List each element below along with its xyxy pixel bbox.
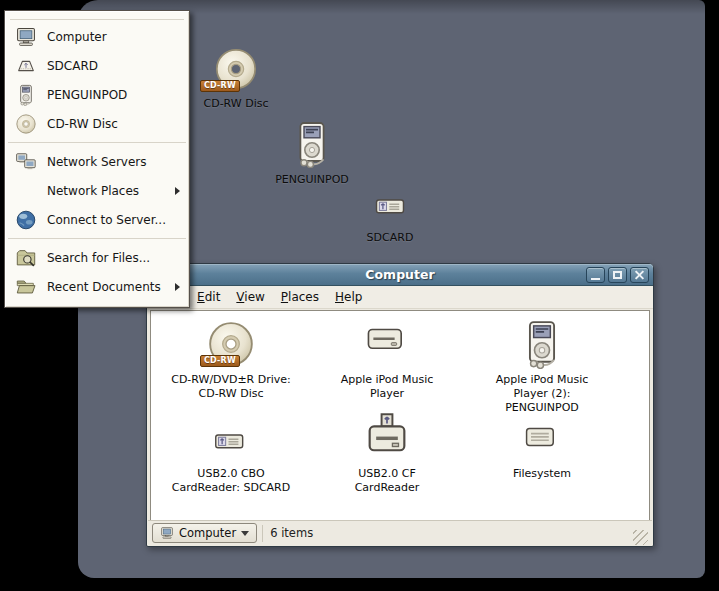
desktop-icon-penguinpod[interactable]: PENGUINPOD	[250, 118, 374, 186]
maximize-icon	[613, 271, 622, 279]
places-menu-item-network-places[interactable]: Network Places	[6, 176, 188, 205]
item-label-line: Apple iPod Music	[466, 373, 618, 387]
globe-icon	[14, 209, 38, 231]
item-label-line: CD-RW/DVD±R Drive:	[155, 373, 307, 387]
menu-edit[interactable]: Edit	[189, 287, 228, 307]
menu-separator	[6, 138, 188, 147]
status-bar: Computer 6 items	[148, 520, 652, 545]
usb-cardreader-icon	[369, 192, 411, 226]
window-title: Computer	[365, 267, 434, 282]
menu-separator	[10, 19, 184, 20]
places-menu-item-search-for-files[interactable]: Search for Files...	[6, 243, 188, 272]
item-label-line: Apple iPod Music	[311, 373, 463, 387]
menu-separator	[6, 234, 188, 243]
items-count: 6 items	[270, 526, 313, 540]
ipod-icon	[517, 319, 567, 369]
cdrw-badge: CD-RW	[200, 355, 240, 367]
location-dropdown-button[interactable]: Computer	[152, 523, 257, 543]
item-label-line: USB2.0 CBO	[155, 467, 307, 481]
item-label-line: CD-RW Disc	[155, 387, 307, 401]
item-label-line: Filesystem	[466, 467, 618, 481]
item-label-line: PENGUINPOD	[466, 401, 618, 415]
minimize-icon	[591, 278, 600, 280]
menu-view[interactable]: View	[228, 287, 272, 307]
file-view: CD-RW CD-RW/DVD±R Drive: CD-RW Disc Appl…	[150, 310, 650, 521]
usb-removable-drive-icon	[14, 55, 38, 77]
computer-icon	[14, 26, 38, 48]
computer-icon	[160, 526, 174, 540]
cd-disc-icon	[14, 113, 38, 135]
item-label-line: USB2.0 CF	[311, 467, 463, 481]
submenu-arrow-icon	[175, 187, 180, 195]
chevron-down-icon	[241, 531, 249, 536]
file-item-filesystem[interactable]: Filesystem	[466, 425, 618, 481]
item-label-line: CardReader: SDCARD	[155, 481, 307, 495]
places-menu-item-penguinpod[interactable]: PENGUINPOD	[6, 80, 188, 109]
desktop-icon-sdcard[interactable]: SDCARD	[328, 192, 452, 244]
media-player-icon	[363, 321, 411, 369]
submenu-arrow-icon	[175, 283, 180, 291]
item-label-line: Player	[311, 387, 463, 401]
desktop-icon-cdrw-disc[interactable]: CD-RW CD-RW Disc	[174, 44, 298, 110]
folder-open-icon	[14, 276, 38, 298]
titlebar[interactable]: Computer	[147, 264, 653, 286]
places-menu-item-cdrw-disc[interactable]: CD-RW Disc	[6, 109, 188, 138]
file-item-cf-cardreader[interactable]: USB2.0 CF CardReader	[311, 407, 463, 495]
location-label: Computer	[179, 526, 236, 540]
desktop-icon-label: CD-RW Disc	[174, 97, 298, 110]
places-menu-item-computer[interactable]: Computer	[6, 22, 188, 51]
menu-bar: File Edit View Places Help	[147, 286, 653, 309]
usb-cf-cardreader-icon	[361, 411, 413, 463]
ipod-icon	[14, 84, 38, 106]
folder-search-icon	[14, 247, 38, 269]
menu-help[interactable]: Help	[327, 287, 370, 307]
item-label-line: Player (2):	[466, 387, 618, 401]
desktop-icon-label: SDCARD	[328, 231, 452, 244]
maximize-button[interactable]	[608, 267, 627, 283]
places-menu-item-connect-to-server[interactable]: Connect to Server...	[6, 205, 188, 234]
menu-places[interactable]: Places	[273, 287, 327, 307]
ipod-icon	[288, 120, 336, 168]
item-label-line: CardReader	[311, 481, 463, 495]
computer-window: Computer File Edit View Places Help CD-R…	[146, 263, 654, 547]
places-menu-item-sdcard[interactable]: SDCARD	[6, 51, 188, 80]
file-item-ipod-player[interactable]: Apple iPod Music Player	[311, 317, 463, 401]
harddisk-icon	[519, 427, 565, 463]
desktop-icon-label: PENGUINPOD	[250, 173, 374, 186]
places-menu-item-recent-documents[interactable]: Recent Documents	[6, 272, 188, 301]
file-item-ipod-penguinpod[interactable]: Apple iPod Music Player (2): PENGUINPOD	[466, 317, 618, 415]
statusbar-divider	[262, 525, 263, 542]
places-menu: Computer SDCARD PENGUINPOD CD-RW Disc Ne…	[4, 10, 190, 308]
close-button[interactable]	[630, 267, 649, 283]
cdrw-badge: CD-RW	[200, 80, 240, 92]
resize-grip[interactable]	[633, 530, 648, 545]
file-item-cdrw-drive[interactable]: CD-RW CD-RW/DVD±R Drive: CD-RW Disc	[155, 317, 307, 401]
file-item-cbo-cardreader[interactable]: USB2.0 CBO CardReader: SDCARD	[155, 425, 307, 495]
minimize-button[interactable]	[586, 267, 605, 283]
places-menu-item-network-servers[interactable]: Network Servers	[6, 147, 188, 176]
network-servers-icon	[14, 151, 38, 173]
usb-cardreader-icon	[208, 429, 254, 463]
